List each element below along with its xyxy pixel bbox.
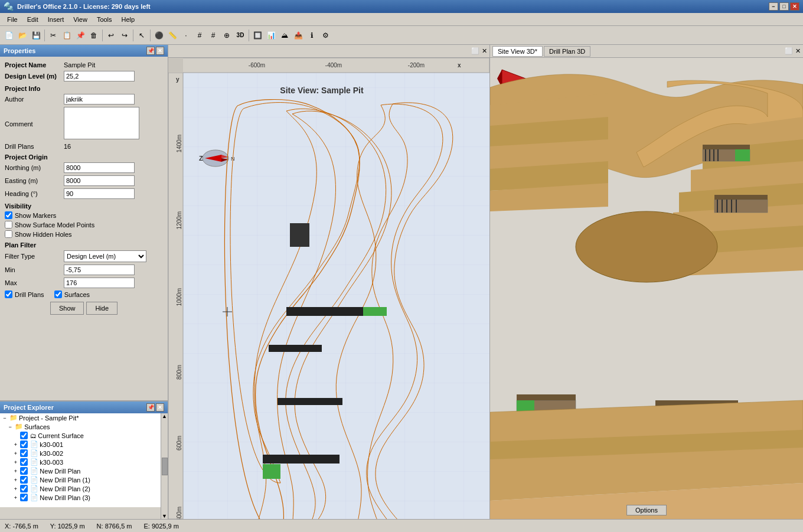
open-button[interactable]: 📂 xyxy=(16,29,29,42)
min-input[interactable] xyxy=(64,265,135,275)
line-button[interactable]: 📏 xyxy=(166,29,179,42)
scroll-down-button[interactable]: ▼ xyxy=(162,513,167,519)
list-item[interactable]: +📄k30-003 xyxy=(0,458,161,466)
scroll-up-button[interactable]: ▲ xyxy=(162,413,167,419)
explorer-tree[interactable]: −📁Project - Sample Pit* −📁Surfaces 🗂Curr… xyxy=(0,413,161,507)
hide-button[interactable]: Hide xyxy=(86,302,117,315)
zoom-button[interactable]: 🔲 xyxy=(251,29,264,42)
list-item[interactable]: +📄k30-001 xyxy=(0,440,161,449)
delete-button[interactable]: 🗑 xyxy=(87,29,100,42)
easting-input[interactable] xyxy=(64,175,135,186)
tree-checkbox[interactable] xyxy=(20,494,28,501)
tree-checkbox[interactable] xyxy=(20,476,28,484)
list-item[interactable]: +📄New Drill Plan xyxy=(0,466,161,475)
list-item[interactable]: −📁Surfaces xyxy=(0,422,161,431)
tree-checkbox[interactable] xyxy=(20,458,28,466)
show-button[interactable]: Show xyxy=(50,302,84,315)
list-item[interactable]: +📄New Drill Plan (2) xyxy=(0,484,161,493)
explorer-pin-button[interactable]: 📌 xyxy=(146,403,155,412)
settings-button[interactable]: ⚙ xyxy=(319,29,332,42)
tree-item-label: New Drill Plan xyxy=(40,468,80,475)
menu-item-edit[interactable]: Edit xyxy=(22,15,43,24)
new-button[interactable]: 📄 xyxy=(2,29,15,42)
drill-plans-filter-checkbox[interactable] xyxy=(5,291,12,298)
right-close-icon[interactable]: ✕ xyxy=(795,47,801,55)
comment-textarea[interactable] xyxy=(64,107,139,139)
list-item[interactable]: +📄k30-002 xyxy=(0,449,161,458)
site-canvas[interactable]: -600m -400m -200m x y 1400m 1200m 1000m … xyxy=(168,58,489,519)
dot-button[interactable]: · xyxy=(179,29,192,42)
tree-checkbox[interactable] xyxy=(20,449,28,457)
tree-checkbox[interactable] xyxy=(20,485,28,492)
panel-close-button[interactable]: ✕ xyxy=(156,47,164,55)
tree-toggle[interactable]: + xyxy=(12,486,19,492)
tree-toggle[interactable]: + xyxy=(12,459,19,465)
tree-checkbox[interactable] xyxy=(20,432,28,439)
mountain-button[interactable]: ⛰ xyxy=(278,29,291,42)
show-hidden-checkbox[interactable] xyxy=(5,230,12,238)
tree-toggle[interactable]: + xyxy=(12,477,19,483)
drill-plan-3d-tab[interactable]: Drill Plan 3D xyxy=(544,46,590,57)
tree-item-label: k30-002 xyxy=(40,450,63,457)
pin-button[interactable]: 📌 xyxy=(146,47,155,55)
surfaces-filter-checkbox[interactable] xyxy=(54,291,62,298)
options-button[interactable]: Options xyxy=(626,505,667,515)
tree-checkbox[interactable] xyxy=(20,467,28,475)
tree-toggle[interactable]: + xyxy=(12,442,19,448)
main-layout: Properties 📌 ✕ Project Name Sample Pit D… xyxy=(0,45,803,519)
close-view-icon[interactable]: ✕ xyxy=(482,47,487,55)
show-surface-checkbox[interactable] xyxy=(5,221,12,229)
tree-toggle[interactable]: − xyxy=(6,424,14,430)
explorer-close-button[interactable]: ✕ xyxy=(156,403,164,412)
list-item[interactable]: 🗂Current Surface xyxy=(0,431,161,440)
close-button[interactable]: ✕ xyxy=(790,2,799,11)
minimize-button[interactable]: − xyxy=(769,2,778,11)
menu-item-insert[interactable]: Insert xyxy=(43,15,69,24)
circle-button[interactable]: ⚫ xyxy=(152,29,165,42)
menu-item-tools[interactable]: Tools xyxy=(92,15,117,24)
expand-icon[interactable]: ⬜ xyxy=(471,47,479,55)
site-view-3d-tab[interactable]: Site View 3D* xyxy=(492,46,543,57)
info-button[interactable]: ℹ xyxy=(305,29,318,42)
snap-button[interactable]: ⊕ xyxy=(220,29,233,42)
redo-button[interactable]: ↪ xyxy=(118,29,131,42)
cut-button[interactable]: ✂ xyxy=(47,29,60,42)
pointer-button[interactable]: ↖ xyxy=(135,29,148,42)
northing-input[interactable] xyxy=(64,162,135,173)
author-input[interactable] xyxy=(64,94,135,105)
grid2-button[interactable]: # xyxy=(207,29,220,42)
max-input[interactable] xyxy=(64,278,135,288)
filter-type-select[interactable]: Design Level (m) Date Name xyxy=(64,250,146,262)
list-item[interactable]: −📁Project - Sample Pit* xyxy=(0,413,161,422)
menu-item-file[interactable]: File xyxy=(2,15,22,24)
svg-rect-36 xyxy=(269,350,322,352)
tree-indent xyxy=(6,468,12,475)
explorer-scrollbar[interactable]: ▲ ▼ xyxy=(161,413,168,519)
drill-row-3 xyxy=(269,345,322,352)
copy-button[interactable]: 📋 xyxy=(60,29,73,42)
maximize-button[interactable]: □ xyxy=(779,2,789,11)
menu-item-view[interactable]: View xyxy=(68,15,92,24)
tree-toggle[interactable]: + xyxy=(12,468,19,474)
list-item[interactable]: +📄New Drill Plan (3) xyxy=(0,493,161,502)
save-button[interactable]: 💾 xyxy=(30,29,43,42)
list-item[interactable]: +📄New Drill Plan (1) xyxy=(0,475,161,484)
tree-toggle[interactable]: + xyxy=(12,495,19,501)
show-markers-checkbox[interactable] xyxy=(5,211,12,219)
tree-icon: 📁 xyxy=(15,423,23,430)
undo-button[interactable]: ↩ xyxy=(105,29,117,42)
scroll-thumb[interactable] xyxy=(162,458,168,475)
tree-checkbox[interactable] xyxy=(20,440,28,448)
grid1-button[interactable]: # xyxy=(193,29,206,42)
menu-item-help[interactable]: Help xyxy=(117,15,140,24)
tree-toggle[interactable]: + xyxy=(12,451,19,456)
design-level-input[interactable] xyxy=(64,71,135,81)
heading-input[interactable] xyxy=(64,188,135,199)
paste-button[interactable]: 📌 xyxy=(74,29,87,42)
svg-text:-600m: -600m xyxy=(249,62,265,68)
right-expand-icon[interactable]: ⬜ xyxy=(785,47,793,55)
tree-toggle[interactable]: − xyxy=(1,415,8,421)
export-button[interactable]: 📤 xyxy=(292,29,305,42)
chart-button[interactable]: 📊 xyxy=(265,29,278,42)
3d-button[interactable]: 3D xyxy=(234,29,247,42)
